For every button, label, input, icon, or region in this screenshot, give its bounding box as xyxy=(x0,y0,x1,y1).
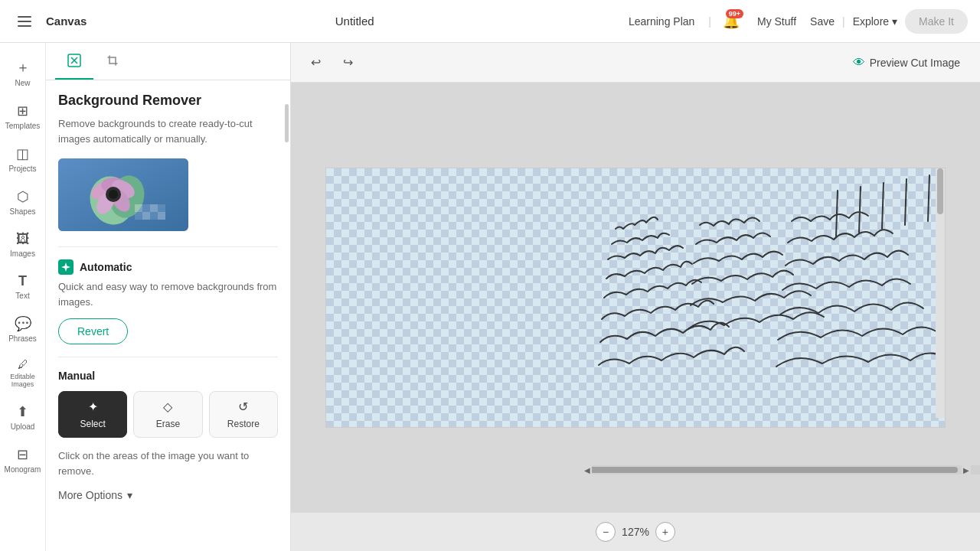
sidebar-item-projects[interactable]: ◫ Projects xyxy=(5,139,41,179)
sidebar-item-editable-images[interactable]: 🖊 Editable Images xyxy=(5,352,41,394)
auto-label: Automatic xyxy=(80,261,132,273)
canvas-scrollbar-vertical[interactable] xyxy=(936,168,945,418)
my-stuff-link[interactable]: My Stuff xyxy=(751,11,802,32)
zoom-plus-icon: + xyxy=(662,526,668,538)
flower-preview-svg xyxy=(58,158,188,231)
manual-section: Manual ✦ Select ◇ Erase ↺ Restore Cl xyxy=(58,370,278,501)
canvas-content xyxy=(325,168,946,428)
notification-button[interactable]: 🔔 99+ xyxy=(719,9,743,34)
svg-rect-19 xyxy=(158,212,165,220)
sparkle-icon xyxy=(61,262,70,272)
select-icon: ✦ xyxy=(88,399,98,414)
divider-1: | xyxy=(708,15,711,28)
menu-button[interactable] xyxy=(12,9,37,34)
panel-title: Background Remover xyxy=(58,93,278,109)
chevron-down-icon: ▾ xyxy=(892,15,897,28)
more-options-label: More Options xyxy=(58,489,122,501)
plus-icon: ＋ xyxy=(16,58,30,77)
save-button[interactable]: Save xyxy=(810,15,835,28)
revert-button[interactable]: Revert xyxy=(58,318,128,344)
handwriting-overlay xyxy=(326,168,945,427)
text-icon: T xyxy=(18,273,27,289)
learning-plan-link[interactable]: Learning Plan xyxy=(622,11,701,32)
notification-badge: 99+ xyxy=(726,9,743,18)
select-tool-button[interactable]: ✦ Select xyxy=(58,391,127,438)
zoom-level: 127% xyxy=(622,526,649,538)
handwriting-svg xyxy=(593,168,945,428)
canvas-scrollbar-h-thumb[interactable] xyxy=(583,467,958,473)
scroll-right-arrow[interactable]: ▶ xyxy=(962,465,971,474)
sidebar-item-phrases[interactable]: 💬 Phrases xyxy=(5,309,41,349)
icon-rail: ＋ New ⊞ Templates ◫ Projects ⬡ Shapes 🖼 … xyxy=(0,43,46,551)
zoom-out-button[interactable]: − xyxy=(596,522,616,542)
main-layout: ＋ New ⊞ Templates ◫ Projects ⬡ Shapes 🖼 … xyxy=(0,43,980,551)
app-name: Canvas xyxy=(46,15,87,28)
panel-body: Background Remover Remove backgrounds to… xyxy=(46,80,290,551)
sidebar-item-new[interactable]: ＋ New xyxy=(5,52,41,93)
sidebar-item-images[interactable]: 🖼 Images xyxy=(5,225,41,264)
explore-label: Explore xyxy=(853,15,889,28)
erase-tool-button[interactable]: ◇ Erase xyxy=(133,391,202,438)
svg-rect-14 xyxy=(135,212,142,220)
restore-label: Restore xyxy=(227,419,260,429)
redo-button[interactable]: ↪ xyxy=(335,51,360,75)
templates-icon: ⊞ xyxy=(17,103,28,119)
svg-rect-17 xyxy=(158,204,165,212)
restore-tool-button[interactable]: ↺ Restore xyxy=(209,391,278,438)
topbar: Canvas Untitled Learning Plan | 🔔 99+ My… xyxy=(0,0,980,43)
scroll-corner xyxy=(971,465,980,474)
manual-label: Manual xyxy=(58,370,278,382)
scroll-left-arrow[interactable]: ◀ xyxy=(583,465,592,474)
more-options-toggle[interactable]: More Options ▾ xyxy=(58,489,278,501)
panel: Background Remover Remove backgrounds to… xyxy=(46,43,291,551)
svg-rect-12 xyxy=(135,204,142,212)
canvas-viewport[interactable]: ◀ ▶ xyxy=(291,83,980,513)
divider-2: | xyxy=(842,15,845,28)
eye-icon: 👁 xyxy=(853,56,865,70)
erase-label: Erase xyxy=(156,419,180,429)
canvas-scrollbar-horizontal[interactable] xyxy=(583,465,971,474)
images-icon: 🖼 xyxy=(16,231,30,247)
preview-cut-button[interactable]: 👁 Preview Cut Image xyxy=(845,51,968,74)
upload-icon: ⬆ xyxy=(17,403,28,420)
auto-section: Automatic Quick and easy way to remove b… xyxy=(58,259,278,344)
restore-icon: ↺ xyxy=(238,399,248,414)
make-it-button[interactable]: Make It xyxy=(905,9,968,34)
shapes-icon: ⬡ xyxy=(17,188,29,205)
manual-tools: ✦ Select ◇ Erase ↺ Restore xyxy=(58,391,278,438)
monogram-icon: ⊟ xyxy=(17,446,28,463)
canvas-toolbar: ↩ ↪ 👁 Preview Cut Image xyxy=(291,43,980,83)
sidebar-item-templates[interactable]: ⊞ Templates xyxy=(5,96,41,136)
tab-crop[interactable] xyxy=(93,43,132,80)
panel-description: Remove backgrounds to create ready-to-cu… xyxy=(58,116,278,146)
document-title[interactable]: Untitled xyxy=(335,15,374,28)
svg-rect-15 xyxy=(142,212,150,220)
bg-remover-icon xyxy=(67,54,81,67)
zoom-bar: − 127% + xyxy=(291,513,980,551)
phrases-icon: 💬 xyxy=(15,315,31,332)
projects-icon: ◫ xyxy=(16,145,29,162)
manual-description: Click on the areas of the image you want… xyxy=(58,448,278,478)
svg-point-10 xyxy=(109,190,118,199)
erase-icon: ◇ xyxy=(163,399,172,414)
explore-button[interactable]: Explore ▾ xyxy=(853,15,897,28)
undo-button[interactable]: ↩ xyxy=(303,51,328,75)
divider-auto xyxy=(58,246,278,247)
preview-image xyxy=(58,158,188,231)
panel-tabs xyxy=(46,43,290,80)
svg-rect-13 xyxy=(142,204,150,212)
preview-cut-label: Preview Cut Image xyxy=(870,57,960,69)
canvas-area: ↩ ↪ 👁 Preview Cut Image xyxy=(291,43,980,551)
auto-icon xyxy=(58,259,74,275)
canvas-scrollbar-v-thumb[interactable] xyxy=(937,168,943,214)
sidebar-item-text[interactable]: T Text xyxy=(5,267,41,306)
chevron-down-icon: ▾ xyxy=(127,489,132,501)
tab-bg-remover[interactable] xyxy=(55,43,93,80)
panel-scrollbar[interactable] xyxy=(285,104,289,142)
svg-rect-16 xyxy=(150,204,158,212)
sidebar-item-upload[interactable]: ⬆ Upload xyxy=(5,397,41,437)
zoom-in-button[interactable]: + xyxy=(655,522,675,542)
zoom-minus-icon: − xyxy=(603,526,609,538)
sidebar-item-shapes[interactable]: ⬡ Shapes xyxy=(5,182,41,222)
sidebar-item-monogram[interactable]: ⊟ Monogram xyxy=(5,440,41,480)
